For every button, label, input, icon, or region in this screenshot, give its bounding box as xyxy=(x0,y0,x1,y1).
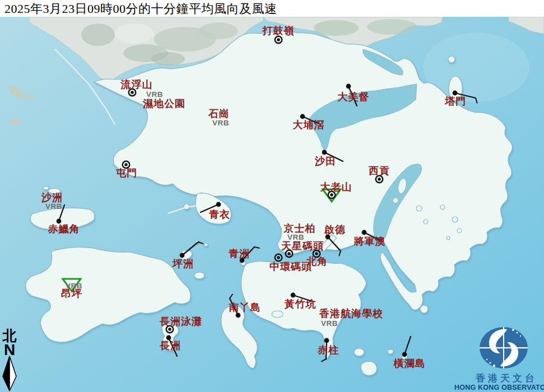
station-label: 塔門 xyxy=(444,96,466,107)
land-sharp-island xyxy=(393,198,398,203)
station-label: 南丫島 xyxy=(229,302,261,313)
hko-logo-name-en: HONG KONG OBSERVATORY xyxy=(454,384,544,391)
wind-station-dot-icon xyxy=(453,91,458,96)
deep-bay-islet xyxy=(26,94,35,99)
station-label: 黃竹坑 xyxy=(285,298,317,310)
station-label: 濕地公園 xyxy=(142,98,185,109)
land-beaufort-island xyxy=(354,348,364,356)
station-label: 大埔滘 xyxy=(292,119,325,130)
land-ne-islet xyxy=(448,56,455,63)
land-islet xyxy=(457,228,462,233)
station-label: 屯門 xyxy=(116,167,137,179)
shenzhen-hill xyxy=(151,52,185,66)
land-po-toi xyxy=(361,361,376,375)
land-islet xyxy=(447,236,450,240)
map-title: 2025年3月23日09時00分的十分鐘平均風向及風速 xyxy=(0,0,544,17)
wind-station-dot-icon xyxy=(322,150,327,155)
wind-station-dot-icon xyxy=(324,338,329,343)
land-tung-lung-chau xyxy=(420,305,428,313)
station-label: 大老山 xyxy=(320,181,352,193)
station-label: 青衣 xyxy=(208,209,230,220)
station-label: 青洲 xyxy=(228,248,250,259)
land-sha-chau-islet xyxy=(43,186,49,190)
station-label: 坪洲 xyxy=(172,258,194,269)
station-label: 昂坪 xyxy=(61,288,82,299)
hko-logo-name-zh: 香港天文台 xyxy=(475,373,537,384)
shenzhen-hill xyxy=(367,19,417,35)
hong-kong-map: 打鼓嶺流浮山屯門西貢大老山中環碼頭天星碼頭北角長洲泳灘VRB濕地公園VRB石崗V… xyxy=(0,0,544,392)
shenzhen-hill xyxy=(199,22,238,39)
land-hei-ling-chau xyxy=(194,272,204,279)
station-label: 將軍澳 xyxy=(354,236,386,247)
calm-wind-icon-center xyxy=(168,328,171,330)
station-label: 沙洲 xyxy=(41,192,63,203)
station-label: 石崗 xyxy=(208,108,230,119)
station-label: 西貢 xyxy=(368,165,390,176)
station-label: 流浮山 xyxy=(120,79,153,90)
calm-wind-icon-center xyxy=(124,163,127,166)
calm-wind-icon-center xyxy=(330,193,333,196)
shenzhen-hill xyxy=(81,24,115,46)
station-group: VRB昂坪 xyxy=(61,279,82,299)
station-label: 香港航海學校 xyxy=(319,308,383,319)
shenzhen-hill xyxy=(314,20,359,36)
wind-station-dot-icon xyxy=(236,313,241,318)
calm-wind-icon-center xyxy=(315,252,318,255)
variable-wind-indicator: VRB xyxy=(146,90,163,99)
station-label: 京士柏 xyxy=(283,223,316,234)
station-label: 赤柱 xyxy=(317,344,339,356)
station-label: 中環碼頭 xyxy=(269,261,312,272)
land-ap-lei-chau xyxy=(272,311,283,318)
wind-station-dot-icon xyxy=(291,293,296,298)
station-label: 沙田 xyxy=(314,156,336,167)
land-islet xyxy=(388,349,393,354)
station-label: 長洲 xyxy=(159,340,181,351)
station-label: 長洲泳灘 xyxy=(159,316,202,327)
wind-station-dot-icon xyxy=(216,202,221,207)
station-label: 赤鱲角 xyxy=(48,223,80,235)
wind-station-dot-icon xyxy=(346,84,351,89)
calm-wind-icon-center xyxy=(378,178,380,180)
land-islet xyxy=(424,220,428,224)
calm-wind-icon-center xyxy=(131,91,133,94)
wind-station-dot-icon xyxy=(180,253,185,258)
variable-wind-indicator: VRB xyxy=(212,119,229,127)
station-label: 橫瀾島 xyxy=(393,358,426,369)
variable-wind-indicator: VRB xyxy=(321,319,338,328)
land-islet xyxy=(416,206,422,211)
station-label: 大美督 xyxy=(337,91,370,102)
wind-map-page: 打鼓嶺流浮山屯門西貢大老山中環碼頭天星碼頭北角長洲泳灘VRB濕地公園VRB石崗V… xyxy=(0,0,544,392)
title-bar: 2025年3月23日09時00分的十分鐘平均風向及風速 xyxy=(0,0,544,17)
land-islet xyxy=(204,243,208,246)
deep-bay-islet xyxy=(9,119,22,125)
wind-station-dot-icon xyxy=(362,230,367,235)
shenzhen-hill xyxy=(115,24,154,44)
north-label-en: N xyxy=(4,341,15,358)
calm-wind-icon-center xyxy=(277,256,280,259)
station-label: 北角 xyxy=(306,256,328,267)
wind-station-dot-icon xyxy=(300,114,305,119)
calm-wind-icon-center xyxy=(277,38,280,41)
station-label: 啟德 xyxy=(324,224,346,235)
wind-station-dot-icon xyxy=(402,352,407,357)
station-label: 打鼓嶺 xyxy=(262,25,295,36)
calm-wind-icon-center xyxy=(287,252,290,255)
land-islet xyxy=(452,217,458,222)
land-islet xyxy=(440,205,445,209)
